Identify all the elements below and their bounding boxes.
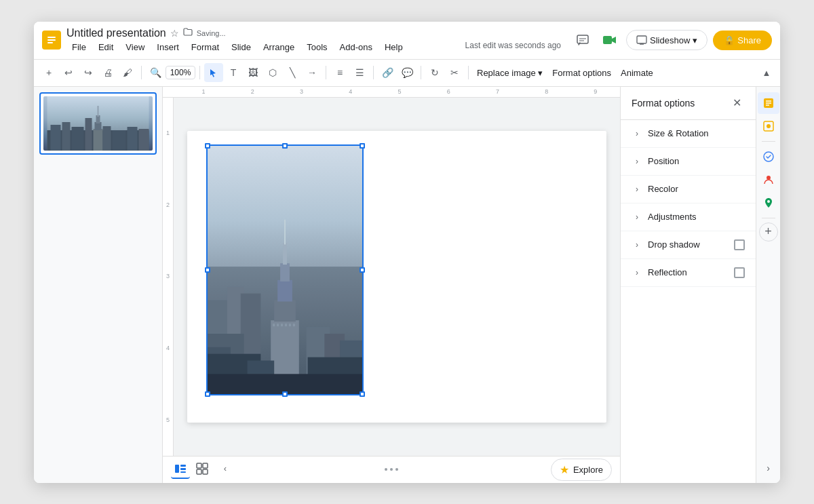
- sidebar-maps-icon[interactable]: [758, 192, 779, 214]
- select-tool-btn[interactable]: [204, 63, 223, 82]
- grid-view-btn[interactable]: [193, 460, 212, 479]
- format-section-recolor[interactable]: › Recolor: [621, 176, 756, 203]
- slide-view-buttons: ‹: [171, 460, 233, 479]
- toolbar: + ↩ ↪ 🖨 🖌 🔍 T 🖼 ⬡ ╲ → ≡ ☰: [34, 60, 780, 87]
- handle-top-right[interactable]: [360, 143, 365, 149]
- align-left-btn[interactable]: ≡: [330, 63, 349, 82]
- handle-middle-right[interactable]: [360, 267, 365, 273]
- format-section-position[interactable]: › Position: [621, 148, 756, 176]
- explore-label: Explore: [573, 465, 603, 475]
- sidebar-expand-btn[interactable]: ›: [759, 459, 778, 478]
- svg-rect-23: [128, 127, 138, 151]
- menu-slide[interactable]: Slide: [226, 41, 256, 54]
- zoom-in-btn[interactable]: +: [39, 63, 58, 82]
- svg-rect-4: [577, 35, 588, 43]
- toolbar-link-group: 🔗 💬: [378, 63, 416, 82]
- svg-point-66: [767, 176, 771, 180]
- zoom-out-btn[interactable]: 🔍: [146, 63, 165, 82]
- sidebar-tasks-icon[interactable]: [758, 146, 779, 168]
- slide-thumbnail-1[interactable]: 1: [39, 92, 157, 155]
- ruler-v-num: 3: [166, 241, 170, 313]
- align-center-btn[interactable]: ☰: [350, 63, 369, 82]
- image-btn[interactable]: 🖼: [244, 63, 263, 82]
- redo-btn[interactable]: ↪: [79, 63, 98, 82]
- format-section-size[interactable]: › Size & Rotation: [621, 120, 756, 148]
- folder-icon[interactable]: [183, 27, 193, 39]
- paint-format-btn[interactable]: 🖌: [118, 63, 137, 82]
- link-btn[interactable]: 🔗: [378, 63, 397, 82]
- menu-format[interactable]: Format: [186, 41, 225, 54]
- title-area: Untitled presentation ☆ Saving... File E…: [66, 27, 566, 54]
- format-panel-header: Format options ✕: [621, 87, 756, 120]
- handle-bottom-center[interactable]: [282, 391, 288, 397]
- svg-rect-14: [62, 122, 71, 151]
- section-label-size: Size & Rotation: [648, 128, 745, 138]
- ruler-h-numbers: 1 2 3 4 5 6 7 8 9: [179, 88, 620, 95]
- menu-addons[interactable]: Add-ons: [334, 41, 378, 54]
- undo-btn[interactable]: ↩: [59, 63, 78, 82]
- sidebar-account-icon[interactable]: [758, 169, 779, 191]
- toolbar-sep-6: [468, 66, 469, 79]
- format-panel-close-btn[interactable]: ✕: [729, 95, 745, 111]
- zoom-input[interactable]: [166, 66, 195, 79]
- crop-btn[interactable]: ✂: [445, 63, 464, 82]
- print-btn[interactable]: 🖨: [98, 63, 117, 82]
- menu-tools[interactable]: Tools: [301, 41, 332, 54]
- menu-insert[interactable]: Insert: [151, 41, 185, 54]
- svg-rect-40: [289, 324, 291, 326]
- format-panel-title: Format options: [632, 98, 695, 109]
- format-options-btn[interactable]: Format options: [548, 66, 615, 79]
- animate-btn[interactable]: Animate: [617, 66, 657, 79]
- sidebar-add-btn[interactable]: +: [759, 222, 778, 241]
- panel-expand-btn[interactable]: ‹: [217, 460, 233, 476]
- rotate-btn[interactable]: ↻: [425, 63, 444, 82]
- comment-toolbar-btn[interactable]: 💬: [398, 63, 416, 82]
- selected-image-container[interactable]: [206, 144, 364, 395]
- replace-image-btn[interactable]: Replace image ▾: [473, 66, 547, 79]
- slide-image: [208, 146, 362, 394]
- star-icon[interactable]: ☆: [170, 28, 179, 39]
- doc-title-text[interactable]: Untitled presentation: [66, 27, 166, 39]
- line-btn[interactable]: ╲: [283, 63, 302, 82]
- chevron-right-icon: ›: [632, 184, 642, 195]
- filmstrip-view-btn[interactable]: [171, 460, 190, 479]
- svg-rect-54: [180, 471, 186, 473]
- format-section-adjustments[interactable]: › Adjustments: [621, 203, 756, 231]
- section-label-recolor: Recolor: [648, 184, 745, 194]
- menu-edit[interactable]: Edit: [93, 41, 119, 54]
- handle-middle-left[interactable]: [205, 267, 210, 273]
- menu-file[interactable]: File: [66, 41, 92, 54]
- menu-arrange[interactable]: Arrange: [258, 41, 300, 54]
- dropshadow-checkbox[interactable]: [734, 239, 745, 250]
- arrow-btn[interactable]: →: [303, 63, 322, 82]
- slideshow-button[interactable]: Slideshow ▾: [626, 30, 708, 50]
- reflection-checkbox[interactable]: [734, 267, 745, 278]
- handle-bottom-right[interactable]: [360, 391, 365, 397]
- handle-top-left[interactable]: [205, 143, 210, 149]
- toolbar-collapse-btn[interactable]: ▲: [758, 64, 775, 81]
- shape-btn[interactable]: ⬡: [263, 63, 282, 82]
- toolbar-sep-4: [373, 66, 374, 79]
- format-section-reflection[interactable]: › Reflection: [621, 259, 756, 287]
- comment-icon-btn[interactable]: [572, 29, 594, 51]
- sidebar-slides-icon[interactable]: [758, 115, 779, 137]
- format-section-dropshadow[interactable]: › Drop shadow: [621, 231, 756, 259]
- menu-help[interactable]: Help: [379, 41, 408, 54]
- chevron-right-icon: ›: [632, 267, 642, 278]
- svg-rect-56: [203, 463, 208, 468]
- svg-rect-8: [637, 36, 646, 43]
- textbox-btn[interactable]: T: [224, 63, 243, 82]
- handle-bottom-left[interactable]: [205, 391, 210, 397]
- svg-rect-24: [139, 129, 149, 151]
- canvas-with-ruler: 1 2 3 4 5: [163, 98, 620, 456]
- slide-canvas[interactable]: [174, 98, 620, 456]
- menu-view[interactable]: View: [120, 41, 150, 54]
- sidebar-format-icon[interactable]: [758, 92, 779, 114]
- share-button[interactable]: 🔒 Share: [713, 31, 772, 50]
- slideshow-label: Slideshow: [650, 35, 690, 45]
- ruler-h-num: 4: [326, 88, 375, 95]
- explore-button[interactable]: ★ Explore: [551, 459, 612, 481]
- handle-top-center[interactable]: [282, 143, 288, 149]
- ruler-v-num: 5: [166, 384, 170, 456]
- meet-icon-btn[interactable]: [599, 29, 621, 51]
